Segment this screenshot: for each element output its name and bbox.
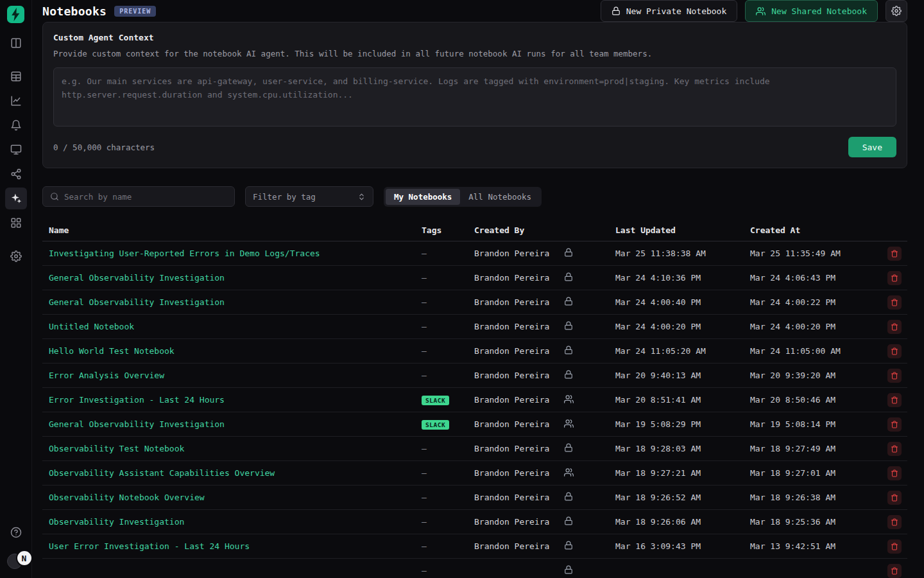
visibility-cell	[564, 321, 615, 332]
table-row: Observability Notebook Overview — Brando…	[42, 486, 907, 510]
agent-context-textarea[interactable]	[53, 67, 896, 127]
delete-notebook-button[interactable]	[887, 369, 902, 383]
delete-notebook-button[interactable]	[887, 320, 902, 334]
delete-notebook-button[interactable]	[887, 442, 902, 456]
delete-notebook-button[interactable]	[887, 344, 902, 358]
apps-grid-icon[interactable]	[5, 212, 27, 234]
delete-notebook-button[interactable]	[887, 393, 902, 407]
delete-notebook-button[interactable]	[887, 271, 902, 285]
help-icon[interactable]	[5, 521, 27, 543]
lock-icon	[612, 6, 620, 15]
trash-icon	[891, 347, 898, 355]
notebook-name-link[interactable]: Investigating User-Reported Errors in De…	[42, 249, 422, 258]
lock-icon	[564, 346, 573, 356]
new-shared-notebook-button[interactable]: New Shared Notebook	[745, 0, 878, 22]
trash-icon	[891, 518, 898, 526]
custom-agent-context-card: Custom Agent Context Provide custom cont…	[42, 22, 907, 168]
delete-notebook-button[interactable]	[887, 247, 902, 261]
save-button[interactable]: Save	[848, 137, 896, 157]
tags-cell: —	[422, 468, 474, 478]
notebook-name-link[interactable]: General Observability Investigation	[42, 273, 422, 283]
trash-icon	[891, 250, 898, 258]
delete-notebook-button[interactable]	[887, 491, 902, 505]
page-title: Notebooks	[42, 4, 107, 18]
settings-gear-icon[interactable]	[5, 245, 27, 267]
notebook-name-link[interactable]: User Error Investigation - Last 24 Hours	[42, 541, 422, 551]
user-avatar[interactable]: N	[16, 550, 33, 566]
lock-icon	[564, 370, 573, 381]
tag-filter-select[interactable]: Filter by tag	[245, 186, 373, 207]
notebook-name-link[interactable]: General Observability Investigation	[42, 297, 422, 307]
notebook-name-link[interactable]: Observability Assistant Capabilities Ove…	[42, 468, 422, 478]
table-row: Error Analysis Overview — Brandon Pereir…	[42, 363, 907, 388]
notebook-name-link[interactable]: Hello World Test Notebook	[42, 346, 422, 356]
shared-users-icon	[564, 468, 574, 479]
tags-cell: —	[422, 322, 474, 331]
tags-cell: —	[422, 273, 474, 283]
context-card-title: Custom Agent Context	[53, 33, 896, 42]
notebook-name-link[interactable]: Observability Investigation	[42, 517, 422, 527]
context-card-footer: 0 / 50,000 characters Save	[53, 137, 896, 157]
empty-tag-dash: —	[422, 249, 427, 258]
lock-icon	[564, 565, 573, 576]
hosts-monitor-icon[interactable]	[5, 139, 27, 161]
notebook-name-link[interactable]: Untitled Notebook	[42, 322, 422, 331]
created-by-cell: Brandon Pereira	[474, 517, 564, 527]
notebook-name-link[interactable]: Error Analysis Overview	[42, 371, 422, 380]
notebook-name-link[interactable]: General Observability Investigation	[42, 419, 422, 429]
created-by-cell: Brandon Pereira	[474, 273, 564, 283]
alerts-bell-icon[interactable]	[5, 114, 27, 136]
search-input[interactable]	[64, 192, 227, 202]
notebook-name-link[interactable]: Error Investigation - Last 24 Hours	[42, 395, 422, 405]
shared-users-icon	[564, 419, 574, 430]
delete-notebook-button[interactable]	[887, 564, 902, 578]
dashboards-icon[interactable]	[5, 32, 27, 54]
shared-users-icon	[564, 394, 574, 406]
table-icon[interactable]	[5, 66, 27, 87]
tag-filter-label: Filter by tag	[253, 192, 316, 202]
visibility-cell	[564, 370, 615, 381]
created-by-cell: Brandon Pereira	[474, 541, 564, 551]
new-private-notebook-button[interactable]: New Private Notebook	[601, 0, 738, 22]
table-row: Observability Assistant Capabilities Ove…	[42, 461, 907, 486]
new-shared-notebook-label: New Shared Notebook	[771, 6, 867, 16]
visibility-cell	[564, 541, 615, 552]
created-at-cell: Mar 24 4:00:20 PM	[750, 322, 882, 331]
table-row: Investigating User-Reported Errors in De…	[42, 241, 907, 266]
tags-cell: —	[422, 371, 474, 380]
created-at-cell: Mar 18 9:27:49 AM	[750, 444, 882, 453]
avatar-stack[interactable]: N	[0, 550, 32, 569]
empty-tag-dash: —	[422, 493, 427, 502]
trash-icon	[891, 445, 898, 453]
created-by-cell: Brandon Pereira	[474, 395, 564, 405]
lock-icon	[564, 297, 573, 308]
delete-notebook-button[interactable]	[887, 466, 902, 480]
created-by-cell: Brandon Pereira	[474, 468, 564, 478]
tab-all-notebooks[interactable]: All Notebooks	[460, 189, 540, 205]
service-map-icon[interactable]	[5, 163, 27, 185]
visibility-cell	[564, 248, 615, 259]
delete-notebook-button[interactable]	[887, 515, 902, 529]
created-at-cell: Mar 19 5:08:14 PM	[750, 419, 882, 429]
column-header-last-updated: Last Updated	[615, 225, 750, 235]
delete-notebook-button[interactable]	[887, 539, 902, 554]
delete-notebook-button[interactable]	[887, 417, 902, 432]
created-by-cell: Brandon Pereira	[474, 493, 564, 502]
notebooks-settings-button[interactable]	[886, 0, 907, 22]
created-by-cell: Brandon Pereira	[474, 444, 564, 453]
created-by-cell: Brandon Pereira	[474, 297, 564, 307]
preview-badge: PREVIEW	[114, 6, 156, 17]
ai-notebooks-sparkles-icon[interactable]	[5, 188, 27, 209]
lock-icon	[564, 443, 573, 454]
created-at-cell: Mar 24 4:06:43 PM	[750, 273, 882, 283]
chart-icon[interactable]	[5, 90, 27, 112]
delete-notebook-button[interactable]	[887, 295, 902, 310]
notebook-name-link[interactable]: Observability Test Notebook	[42, 444, 422, 453]
tab-my-notebooks[interactable]: My Notebooks	[386, 189, 460, 205]
empty-tag-dash: —	[422, 322, 427, 331]
notebook-name-link[interactable]: Observability Notebook Overview	[42, 493, 422, 502]
column-header-tags: Tags	[422, 225, 474, 235]
page-header: Notebooks PREVIEW New Private Notebook N…	[42, 0, 907, 22]
app-logo-icon[interactable]	[7, 6, 24, 23]
main-content: Notebooks PREVIEW New Private Notebook N…	[32, 0, 924, 578]
